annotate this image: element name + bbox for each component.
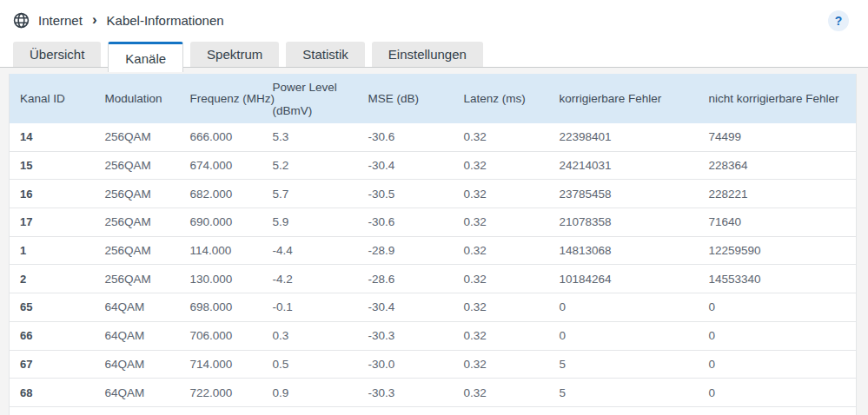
cell-korrigierbare-fehler: 10184264 (549, 265, 699, 293)
table-row: 17256QAM690.0005.9-30.60.322107835871640 (10, 208, 857, 237)
cell-korrigierbare-fehler: 21078358 (549, 208, 699, 237)
cell-power-level-dbmv: 0.3 (262, 321, 358, 350)
breadcrumb-bar: Internet › Kabel-Informationen ? (0, 0, 868, 41)
cell-nicht-korrigierbare-fehler: 228364 (699, 151, 857, 180)
breadcrumb-item-internet[interactable]: Internet (38, 13, 83, 28)
cell-korrigierbare-fehler: 5 (549, 350, 699, 379)
cell-power-level-dbmv: -0.1 (262, 293, 358, 322)
cell-kanal-id: 68 (10, 379, 95, 407)
cell-mse-db: -30.6 (358, 123, 454, 151)
cell-frequenz-mhz: 706.000 (180, 321, 262, 350)
cell-nicht-korrigierbare-fehler: 14553340 (699, 265, 857, 293)
column-header-modulation: Modulation (95, 74, 180, 123)
cell-latenz-ms: 0.32 (454, 406, 549, 415)
cell-kanal-id: 69 (10, 406, 95, 415)
table-row: 14256QAM666.0005.3-30.60.322239840174499 (10, 123, 857, 151)
cell-modulation: 64QAM (95, 293, 180, 322)
cell-modulation: 256QAM (95, 265, 180, 293)
cell-nicht-korrigierbare-fehler: 0 (699, 293, 857, 322)
tab-spektrum[interactable]: Spektrum (190, 42, 279, 67)
table-row: 6764QAM714.0000.5-30.00.3250 (10, 350, 857, 379)
cell-power-level-dbmv: 5.2 (262, 151, 358, 180)
help-button[interactable]: ? (828, 10, 849, 31)
cell-nicht-korrigierbare-fehler: 71640 (699, 208, 857, 237)
cell-frequenz-mhz: 722.000 (180, 379, 262, 407)
cell-mse-db: -30.4 (358, 151, 454, 180)
cell-kanal-id: 66 (10, 321, 95, 350)
cell-mse-db: -30.0 (358, 350, 454, 379)
column-header-power-level-dbmv: Power Level (dBmV) (262, 74, 358, 123)
cell-mse-db: -30.6 (358, 406, 454, 415)
cell-frequenz-mhz: 682.000 (180, 180, 262, 208)
cell-latenz-ms: 0.32 (454, 350, 549, 379)
cell-frequenz-mhz: 698.000 (180, 293, 262, 322)
cell-kanal-id: 65 (10, 293, 95, 322)
table-row: 6964QAM730.0000.7-30.60.3200 (10, 406, 857, 415)
cell-korrigierbare-fehler: 22398401 (549, 123, 699, 151)
cell-power-level-dbmv: 0.9 (262, 379, 358, 407)
cell-kanal-id: 1 (10, 236, 95, 265)
cell-power-level-dbmv: 5.9 (262, 208, 358, 237)
column-header-korrigierbare-fehler: korrigierbare Fehler (549, 74, 699, 123)
cell-frequenz-mhz: 690.000 (180, 208, 262, 237)
cell-modulation: 64QAM (95, 379, 180, 407)
cell-latenz-ms: 0.32 (454, 321, 549, 350)
cell-frequenz-mhz: 730.000 (180, 406, 262, 415)
tab-kanaele[interactable]: Kanäle (108, 42, 183, 72)
content-area: Kanal IDModulationFrequenz (MHz)Power Le… (0, 68, 868, 415)
cell-mse-db: -30.5 (358, 180, 454, 208)
tab-uebersicht[interactable]: Übersicht (13, 42, 101, 67)
cell-nicht-korrigierbare-fehler: 74499 (699, 123, 857, 151)
cell-frequenz-mhz: 666.000 (180, 123, 262, 151)
cell-korrigierbare-fehler: 24214031 (549, 151, 699, 180)
cell-mse-db: -28.6 (358, 265, 454, 293)
cell-kanal-id: 67 (10, 350, 95, 379)
cell-power-level-dbmv: -4.2 (262, 265, 358, 293)
cell-modulation: 64QAM (95, 350, 180, 379)
header-row: Kanal IDModulationFrequenz (MHz)Power Le… (10, 74, 857, 123)
cell-modulation: 64QAM (95, 321, 180, 350)
table-row: 15256QAM674.0005.2-30.40.322421403122836… (10, 151, 857, 180)
breadcrumb-item-current: Kabel-Informationen (107, 13, 224, 28)
globe-icon (13, 12, 30, 29)
cell-modulation: 64QAM (95, 406, 180, 415)
channel-table-body: 14256QAM666.0005.3-30.60.322239840174499… (10, 123, 857, 415)
cell-latenz-ms: 0.32 (454, 208, 549, 237)
cell-power-level-dbmv: 0.5 (262, 350, 358, 379)
tab-einstellungen[interactable]: Einstellungen (372, 42, 483, 67)
cell-power-level-dbmv: 5.7 (262, 180, 358, 208)
cell-latenz-ms: 0.32 (454, 379, 549, 407)
column-header-kanal-id: Kanal ID (10, 74, 95, 123)
cell-kanal-id: 17 (10, 208, 95, 237)
table-row: 16256QAM682.0005.7-30.50.322378545822822… (10, 180, 857, 208)
cell-nicht-korrigierbare-fehler: 0 (699, 350, 857, 379)
cell-mse-db: -28.9 (358, 236, 454, 265)
cell-frequenz-mhz: 114.000 (180, 236, 262, 265)
table-row: 2256QAM130.000-4.2-28.60.321018426414553… (10, 265, 857, 293)
tab-statistik[interactable]: Statistik (286, 42, 365, 67)
column-header-latenz-ms: Latenz (ms) (454, 74, 549, 123)
cell-mse-db: -30.4 (358, 293, 454, 322)
table-row: 6664QAM706.0000.3-30.30.3200 (10, 321, 857, 350)
cell-korrigierbare-fehler: 14813068 (549, 236, 699, 265)
cell-kanal-id: 15 (10, 151, 95, 180)
cell-nicht-korrigierbare-fehler: 0 (699, 379, 857, 407)
cell-korrigierbare-fehler: 0 (549, 406, 699, 415)
chevron-right-icon: › (92, 12, 97, 27)
cell-latenz-ms: 0.32 (454, 236, 549, 265)
cell-modulation: 256QAM (95, 180, 180, 208)
cell-latenz-ms: 0.32 (454, 151, 549, 180)
table-row: 6564QAM698.000-0.1-30.40.3200 (10, 293, 857, 322)
breadcrumb: Internet › Kabel-Informationen (13, 12, 224, 29)
page: Internet › Kabel-Informationen ? Übersic… (0, 0, 868, 415)
cell-korrigierbare-fehler: 5 (549, 379, 699, 407)
cell-modulation: 256QAM (95, 208, 180, 237)
channel-table: Kanal IDModulationFrequenz (MHz)Power Le… (9, 74, 857, 415)
cell-nicht-korrigierbare-fehler: 0 (699, 321, 857, 350)
table-row: 1256QAM114.000-4.4-28.90.321481306812259… (10, 236, 857, 265)
column-header-mse-db: MSE (dB) (358, 74, 454, 123)
column-header-nicht-korrigierbare-fehler: nicht korrigierbare Fehler (699, 74, 857, 123)
cell-kanal-id: 14 (10, 123, 95, 151)
cell-modulation: 256QAM (95, 236, 180, 265)
cell-mse-db: -30.3 (358, 321, 454, 350)
